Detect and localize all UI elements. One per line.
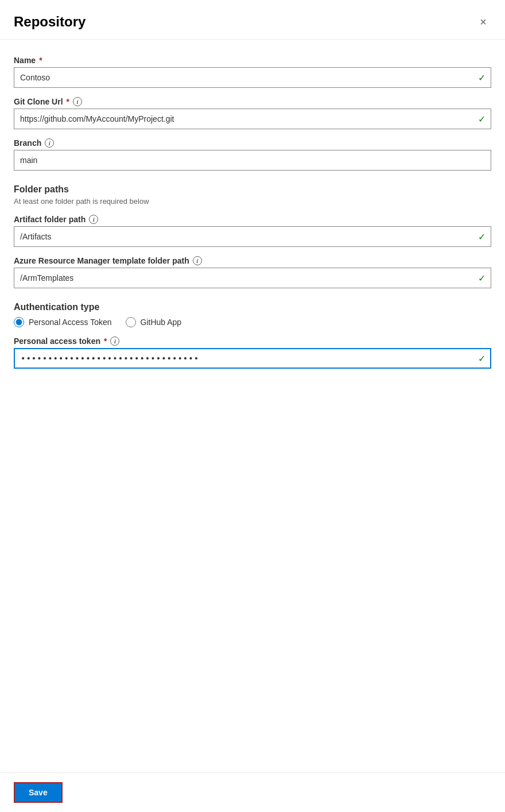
panel-footer: Save xyxy=(0,772,505,812)
folder-paths-subtitle: At least one folder path is required bel… xyxy=(14,197,491,206)
personal-access-token-required: * xyxy=(104,337,107,346)
artifact-folder-path-info-icon: i xyxy=(89,215,98,224)
branch-label: Branch i xyxy=(14,138,491,148)
panel-body: Name * ✓ Git Clone Url * i ✓ Branch xyxy=(0,40,505,812)
artifact-folder-path-group: Artifact folder path i ✓ xyxy=(14,215,491,247)
panel-header: Repository × xyxy=(0,0,505,40)
folder-paths-title: Folder paths xyxy=(14,184,491,195)
arm-template-folder-path-input-wrapper: ✓ xyxy=(14,268,491,288)
github-app-radio-label: GitHub App xyxy=(141,318,182,327)
github-app-radio[interactable] xyxy=(126,317,136,327)
artifact-folder-path-input-wrapper: ✓ xyxy=(14,226,491,247)
arm-template-folder-path-info-icon: i xyxy=(193,256,202,265)
git-clone-url-input[interactable] xyxy=(14,109,491,129)
personal-access-token-radio[interactable] xyxy=(14,317,24,327)
personal-access-token-radio-option[interactable]: Personal Access Token xyxy=(14,317,112,327)
personal-access-token-group: Personal access token * i ✓ xyxy=(14,337,491,369)
github-app-radio-option[interactable]: GitHub App xyxy=(126,317,182,327)
git-clone-url-group: Git Clone Url * i ✓ xyxy=(14,97,491,129)
branch-info-icon: i xyxy=(45,138,54,148)
git-clone-url-required: * xyxy=(67,97,69,106)
authentication-type-title: Authentication type xyxy=(14,302,491,312)
branch-group: Branch i xyxy=(14,138,491,171)
name-input-wrapper: ✓ xyxy=(14,67,491,88)
personal-access-token-input-wrapper: ✓ xyxy=(14,348,491,369)
artifact-folder-path-input[interactable] xyxy=(14,226,491,247)
name-input[interactable] xyxy=(14,67,491,88)
personal-access-token-info-icon: i xyxy=(110,337,119,346)
folder-paths-section: Folder paths At least one folder path is… xyxy=(14,184,491,206)
arm-template-folder-path-label: Azure Resource Manager template folder p… xyxy=(14,256,491,265)
name-group: Name * ✓ xyxy=(14,56,491,88)
authentication-type-group: Authentication type Personal Access Toke… xyxy=(14,302,491,327)
name-required: * xyxy=(39,56,42,65)
arm-template-folder-path-group: Azure Resource Manager template folder p… xyxy=(14,256,491,288)
personal-access-token-radio-label: Personal Access Token xyxy=(29,318,112,327)
authentication-type-radio-group: Personal Access Token GitHub App xyxy=(14,317,491,327)
branch-input-wrapper xyxy=(14,150,491,171)
panel-title: Repository xyxy=(14,14,86,30)
git-clone-url-input-wrapper: ✓ xyxy=(14,109,491,129)
personal-access-token-input[interactable] xyxy=(14,348,491,369)
repository-panel: Repository × Name * ✓ Git Clone Url * i xyxy=(0,0,505,812)
save-button[interactable]: Save xyxy=(14,782,63,803)
name-label: Name * xyxy=(14,56,491,65)
personal-access-token-label: Personal access token * i xyxy=(14,337,491,346)
branch-input[interactable] xyxy=(14,150,491,171)
artifact-folder-path-label: Artifact folder path i xyxy=(14,215,491,224)
close-button[interactable]: × xyxy=(475,14,491,30)
git-clone-url-info-icon: i xyxy=(73,97,82,106)
git-clone-url-label: Git Clone Url * i xyxy=(14,97,491,106)
arm-template-folder-path-input[interactable] xyxy=(14,268,491,288)
